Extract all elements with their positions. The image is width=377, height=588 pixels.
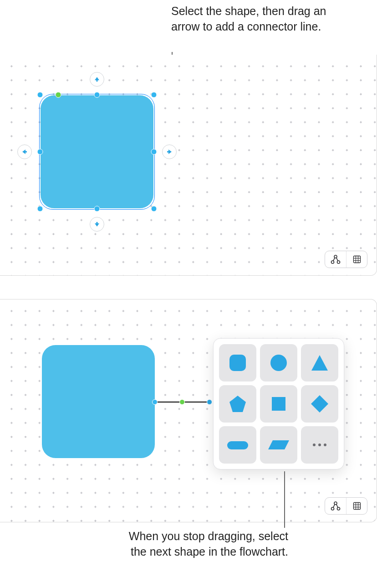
connector-midpoint[interactable] <box>179 399 185 405</box>
arrow-left-icon <box>21 149 28 155</box>
flowchart-shape-rounded-square[interactable] <box>41 95 153 208</box>
connector-arrow-right[interactable] <box>162 144 177 159</box>
shape-option-parallelogram[interactable] <box>260 426 297 464</box>
canvas-bottom[interactable] <box>0 299 377 522</box>
shape-option-square[interactable] <box>260 385 297 423</box>
circle-icon <box>269 353 289 373</box>
svg-rect-3 <box>353 256 360 263</box>
square-icon <box>269 394 289 414</box>
arrow-up-icon <box>94 76 100 83</box>
svg-rect-6 <box>272 397 285 411</box>
canvas-top[interactable] <box>0 55 377 276</box>
resize-handle-se[interactable] <box>151 206 157 212</box>
grid-toggle-button[interactable] <box>346 251 367 268</box>
shape-option-triangle[interactable] <box>301 344 338 382</box>
rotate-handle[interactable] <box>56 92 61 98</box>
parallelogram-icon <box>266 435 291 455</box>
connector-arrow-left[interactable] <box>17 144 32 159</box>
svg-point-9 <box>331 507 334 510</box>
shape-option-circle[interactable] <box>260 344 297 382</box>
svg-point-2 <box>337 261 340 263</box>
callout-leader-bottom <box>284 471 285 528</box>
callout-bottom: When you stop dragging, select the next … <box>124 529 288 560</box>
diagram-mode-button[interactable] <box>325 498 346 514</box>
shape-option-rounded-square[interactable] <box>219 344 256 382</box>
capsule-icon <box>225 435 250 455</box>
grid-icon <box>353 255 361 263</box>
grid-toggle-button[interactable] <box>346 498 367 514</box>
resize-handle-nw[interactable] <box>37 92 43 98</box>
shape-option-capsule[interactable] <box>219 426 256 464</box>
grid-icon <box>353 502 361 510</box>
resize-handle-n[interactable] <box>94 92 100 98</box>
triangle-icon <box>310 353 330 373</box>
diamond-icon <box>310 394 330 414</box>
shape-option-more[interactable] <box>301 426 338 464</box>
resize-handle-w[interactable] <box>37 149 43 155</box>
rounded-square-icon <box>228 353 248 373</box>
diagram-mode-button[interactable] <box>325 251 346 268</box>
resize-handle-e[interactable] <box>151 149 157 155</box>
svg-rect-11 <box>353 503 360 510</box>
arrow-right-icon <box>166 149 173 155</box>
shape-option-pentagon[interactable] <box>219 385 256 423</box>
svg-point-5 <box>270 355 287 371</box>
canvas-toolbar <box>325 251 367 268</box>
more-icon <box>313 444 326 446</box>
resize-handle-s[interactable] <box>94 206 100 212</box>
arrow-down-icon <box>94 221 100 227</box>
connector-endpoint-end[interactable] <box>207 399 212 405</box>
svg-rect-4 <box>229 355 246 371</box>
resize-handle-sw[interactable] <box>37 206 43 212</box>
callout-top: Select the shape, then drag an arrow to … <box>171 4 335 35</box>
connector-endpoint-start[interactable] <box>152 399 158 405</box>
svg-point-10 <box>337 507 340 510</box>
connector-arrow-down[interactable] <box>90 217 104 232</box>
canvas-toolbar <box>325 497 367 515</box>
svg-rect-7 <box>227 441 248 449</box>
diagram-icon <box>331 255 341 264</box>
pentagon-icon <box>228 394 248 414</box>
diagram-icon <box>331 501 341 511</box>
resize-handle-ne[interactable] <box>151 92 157 98</box>
flowchart-shape-rounded-square[interactable] <box>42 345 155 458</box>
shape-option-diamond[interactable] <box>301 385 338 423</box>
svg-point-1 <box>331 261 334 263</box>
shape-picker-popover <box>213 338 344 469</box>
connector-arrow-up[interactable] <box>90 72 104 87</box>
